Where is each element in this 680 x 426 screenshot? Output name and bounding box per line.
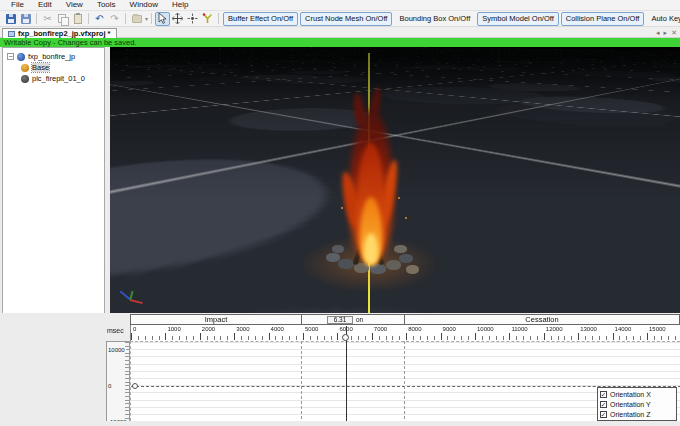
move-tool-icon[interactable] (170, 12, 185, 26)
cessation-boundary-line (404, 341, 405, 424)
tab-bar: fxp_bonfirep2_jp.vfxproj * ◂ ▸ ✕ (0, 27, 680, 38)
tree-base-label: Base (32, 63, 49, 72)
ruler-major-tick (406, 333, 407, 340)
menu-item-tools[interactable]: Tools (91, 0, 122, 10)
toolbar-separator (36, 13, 37, 24)
ruler-major-tick (165, 333, 166, 340)
toggle-symbol-model-on-off[interactable]: Symbol Model On/Off (477, 12, 559, 26)
toolbar-separator (88, 13, 89, 24)
ruler-major-tick (131, 333, 132, 340)
cut-icon[interactable]: ✂ (41, 12, 54, 25)
menu-bar: FileEditViewToolsWindowHelp (0, 0, 680, 11)
import-icon[interactable] (130, 12, 143, 25)
emitter-root-icon (17, 53, 25, 61)
playhead-handle[interactable] (342, 334, 349, 341)
timeline-panel: Impact 6.31 on Cessation msec 0100020003… (0, 313, 680, 426)
bone-tool-icon[interactable] (200, 12, 215, 26)
ember (398, 197, 400, 199)
ruler-major-tick (303, 333, 304, 340)
ruler-tick-label: 11000 (511, 326, 527, 332)
save-icon[interactable] (4, 12, 17, 25)
menu-item-view[interactable]: View (60, 0, 89, 10)
band-impact-label: Impact (205, 315, 228, 324)
ruler-major-tick (647, 333, 648, 340)
copy-icon[interactable] (56, 12, 69, 25)
tab-close-icon[interactable]: ✕ (671, 29, 677, 37)
checkbox-orientation-z[interactable]: ✓ (600, 411, 607, 418)
checkbox-orientation-y[interactable]: ✓ (600, 401, 607, 408)
pivot-tool-icon[interactable] (185, 12, 200, 26)
ruler-major-tick (544, 333, 545, 340)
tab-label: fxp_bonfirep2_jp.vfxproj * (18, 29, 111, 38)
ruler-tick-label: 7000 (374, 326, 387, 332)
toggle-collision-plane-on-off[interactable]: Collision Plane On/Off (561, 12, 645, 26)
ruler-major-tick (441, 333, 442, 340)
toolbar-toggle-group: Buffer Effect On/OffCrust Node Mesh On/O… (222, 12, 680, 26)
orientation-legend: ✓Orientation X✓Orientation Y✓Orientation… (597, 387, 677, 421)
flame-core (364, 233, 378, 265)
curve-keyframe-handle[interactable] (132, 383, 138, 389)
checkbox-orientation-x[interactable]: ✓ (600, 391, 607, 398)
ruler-major-tick (578, 333, 579, 340)
toggle-buffer-effect-on-off[interactable]: Buffer Effect On/Off (223, 12, 298, 26)
menu-item-edit[interactable]: Edit (32, 0, 58, 10)
stone (332, 245, 344, 253)
bottom-strip (0, 421, 680, 426)
impact-boundary-line (301, 341, 302, 424)
flame-node-icon (21, 64, 29, 72)
stone (406, 265, 419, 274)
stone (386, 260, 401, 270)
legend-label: Orientation Z (610, 411, 650, 418)
redo-icon[interactable]: ↷ (108, 12, 121, 25)
menu-item-file[interactable]: File (5, 0, 30, 10)
toggle-bounding-box-on-off[interactable]: Bounding Box On/Off (394, 12, 475, 26)
legend-label: Orientation X (610, 391, 651, 398)
time-ruler[interactable]: 0100020003000400050006000700080009000100… (130, 325, 680, 341)
tree-node-base[interactable]: Base (7, 62, 104, 73)
paste-icon[interactable] (71, 12, 84, 25)
value-axis-ruler: 10000 0 -10000 (106, 341, 130, 426)
stone (338, 259, 354, 269)
ruler-major-tick (613, 333, 614, 340)
toolbar: ✂ ↶ ↷ ▾ Buffer Effect On/OffCrust Node M… (0, 11, 680, 27)
import-dropdown-icon[interactable]: ▾ (145, 15, 148, 22)
menu-item-window[interactable]: Window (124, 0, 164, 10)
tab-nav-forward-icon[interactable]: ▸ (664, 29, 668, 37)
ruler-major-tick (200, 333, 201, 340)
ruler-tick-label: 0 (133, 326, 136, 332)
toolbar-separator (218, 13, 219, 24)
tab-project[interactable]: fxp_bonfirep2_jp.vfxproj * (2, 28, 117, 38)
timeline-band-row: Impact 6.31 on Cessation (130, 314, 680, 325)
save-all-icon[interactable] (19, 12, 32, 25)
tree-node-root[interactable]: − fxp_bonfire_jp (7, 51, 104, 62)
ruler-tick-label: 13000 (580, 326, 597, 332)
ground-grid-plane (110, 47, 680, 59)
axis-gizmo (118, 285, 148, 311)
time-readout-box[interactable]: 6.31 (327, 316, 353, 324)
ruler-tick-label: 5000 (305, 326, 318, 332)
viewport-3d[interactable] (110, 47, 680, 313)
ruler-major-tick (372, 333, 373, 340)
toggle-auto-key-mode-on-off[interactable]: Auto Key Mode On/Off (646, 12, 680, 26)
menu-item-help[interactable]: Help (166, 0, 194, 10)
ruler-tick-label: 15000 (649, 326, 666, 332)
writable-status-bar: Writable Copy - Changes can be saved. (0, 38, 680, 47)
tab-nav-back-icon[interactable]: ◂ (656, 29, 660, 37)
tab-nav: ◂ ▸ ✕ (656, 27, 677, 38)
undo-icon[interactable]: ↶ (93, 12, 106, 25)
toggle-crust-node-mesh-on-off[interactable]: Crust Node Mesh On/Off (300, 12, 392, 26)
ember (405, 217, 407, 219)
ruler-tick-label: 1000 (167, 326, 180, 332)
collapse-icon[interactable]: − (7, 53, 14, 60)
ruler-tick-label: 10000 (477, 326, 494, 332)
writable-status-text: Writable Copy - Changes can be saved. (4, 38, 136, 47)
ember (341, 207, 343, 209)
tree-firepit-label: plc_firepit_01_0 (32, 74, 85, 83)
app-window: FileEditViewToolsWindowHelp ✂ ↶ ↷ ▾ Buff… (0, 0, 680, 426)
band-middle: 6.31 on (302, 315, 405, 324)
tree-node-firepit[interactable]: plc_firepit_01_0 (7, 73, 104, 84)
legend-row-orientation-x: ✓Orientation X (600, 390, 674, 399)
select-tool-icon[interactable] (155, 12, 170, 26)
ruler-major-tick (509, 333, 510, 340)
stone (394, 245, 407, 253)
